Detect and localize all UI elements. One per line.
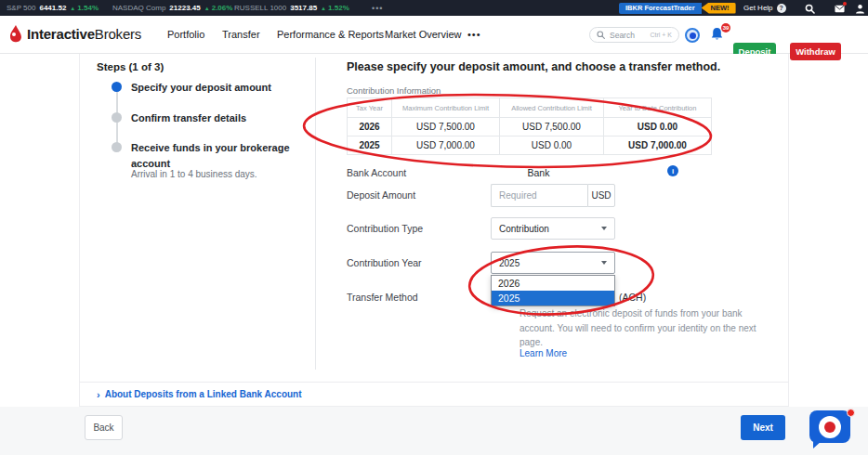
ticker-label: S&P 500 [7, 4, 35, 12]
col-ytd-contribution: Year to Date Contribution [604, 98, 712, 118]
ach-description: Request an electronic deposit of funds f… [519, 306, 759, 350]
main-navbar: InteractiveBrokers Portfolio Transfer Pe… [0, 16, 868, 54]
year-option-2026[interactable]: 2026 [492, 276, 614, 291]
ach-option-label: (ACH) [619, 292, 646, 303]
brand-light: Brokers [95, 26, 141, 42]
new-badge: NEW! [702, 3, 736, 14]
cell-year: 2026 [348, 118, 392, 136]
footer-bar [0, 407, 868, 455]
ibkr-logo[interactable]: InteractiveBrokers [9, 25, 141, 43]
search-input[interactable]: Search Ctrl + K [589, 27, 679, 43]
ticker-label: RUSSELL 1000 [234, 4, 286, 12]
chat-notification-dot [847, 409, 855, 417]
nav-item-performance-reports[interactable]: Performance & Reports [277, 16, 384, 53]
ticker-label: NASDAQ Comp [112, 4, 165, 12]
learn-more-link[interactable]: Learn More [519, 348, 567, 358]
chevron-right-icon: › [97, 389, 100, 400]
chevron-down-icon [601, 261, 607, 265]
ticker-change: 2.06% [212, 4, 233, 12]
deposit-form-panel: Please specify your deposit amount, and … [347, 54, 774, 381]
cell-ytd: USD 7,000.00 [604, 136, 712, 155]
step-label-3: Receive funds in your brokerage account [131, 140, 313, 172]
cell-ytd: USD 0.00 [604, 118, 712, 136]
contribution-year-select[interactable]: 2025 [491, 252, 615, 274]
info-icon[interactable]: i [667, 165, 678, 176]
chat-widget-button[interactable] [809, 410, 854, 449]
chevron-down-icon [601, 227, 607, 230]
search-icon [597, 31, 605, 39]
cell-max: USD 7,000.00 [392, 136, 500, 155]
contribution-table: Tax Year Maximum Contribution Limit Allo… [347, 98, 712, 155]
col-tax-year: Tax Year [348, 98, 392, 118]
mail-icon[interactable] [835, 4, 845, 14]
ticker-change: 1.52% [328, 4, 349, 12]
cell-year: 2025 [348, 136, 392, 155]
mail-notification-dot [843, 2, 847, 6]
ticker-value: 6441.52 [39, 4, 66, 12]
up-arrow-icon: ▲ [321, 6, 326, 11]
cell-allowed: USD 0.00 [500, 136, 604, 155]
nav-more-button[interactable]: ••• [467, 16, 481, 53]
cell-allowed: USD 7,500.00 [500, 118, 604, 136]
nav-item-transfer[interactable]: Transfer [222, 16, 260, 53]
table-row: 2026 USD 7,500.00 USD 7,500.00 USD 0.00 [348, 118, 712, 136]
contribution-type-select[interactable]: Contribution [491, 217, 615, 240]
contribution-table-caption: Contribution Information [347, 85, 441, 96]
cell-max: USD 7,500.00 [392, 118, 500, 136]
deposit-amount-label: Deposit Amount [347, 189, 415, 201]
transfer-method-label: Transfer Method [347, 292, 418, 303]
col-allowed-contribution: Allowed Contribution Limit [500, 98, 604, 118]
notification-count-badge: 39 [721, 23, 730, 32]
search-icon[interactable] [805, 4, 815, 14]
step-label-2: Confirm transfer details [131, 110, 313, 126]
ticker-more-button[interactable]: ••• [372, 0, 383, 16]
up-arrow-icon: ▲ [204, 6, 210, 11]
tour-target-icon[interactable] [685, 28, 700, 43]
forecasttrader-button[interactable]: IBKR ForecastTrader NEW! [619, 3, 736, 14]
back-button[interactable]: Back [85, 415, 123, 440]
bank-account-value: Bank [491, 167, 586, 178]
contribution-type-value: Contribution [499, 224, 549, 234]
currency-label: USD [587, 184, 615, 207]
nav-item-market-overview[interactable]: Market Overview [385, 16, 462, 53]
user-icon[interactable] [855, 4, 865, 14]
ticker-sp500[interactable]: S&P 500 6441.52 ▲1.54% [7, 0, 99, 16]
search-placeholder: Search [610, 31, 635, 40]
steps-title: Steps (1 of 3) [97, 61, 164, 72]
col-max-contribution: Maximum Contribution Limit [392, 98, 500, 118]
deposit-flow-card: Steps (1 of 3) Specify your deposit amou… [79, 54, 789, 407]
chat-bubble-icon [809, 410, 850, 443]
ticker-nasdaq[interactable]: NASDAQ Comp 21223.45 ▲2.06% [112, 0, 232, 16]
ticker-change: 1.54% [77, 4, 99, 12]
step-dot [112, 142, 122, 152]
deposit-amount-input[interactable] [491, 184, 587, 207]
next-button[interactable]: Next [741, 415, 785, 440]
nav-item-portfolio[interactable]: Portfolio [167, 16, 204, 53]
search-shortcut: Ctrl + K [650, 32, 672, 38]
forecasttrader-label: IBKR ForecastTrader [619, 3, 702, 14]
brand-bold: Interactive [27, 26, 95, 42]
question-icon: ? [777, 4, 786, 13]
withdraw-button[interactable]: Withdraw [790, 43, 841, 60]
about-deposits-link[interactable]: › About Deposits from a Linked Bank Acco… [80, 382, 788, 406]
table-header-row: Tax Year Maximum Contribution Limit Allo… [348, 98, 712, 118]
notifications-bell-button[interactable]: 39 [710, 27, 727, 44]
table-row: 2025 USD 7,000.00 USD 0.00 USD 7,000.00 [348, 136, 712, 155]
year-option-2025-selected[interactable]: 2025 [492, 291, 614, 306]
panel-divider [315, 58, 316, 370]
contribution-type-label: Contribution Type [347, 223, 423, 234]
step-dot [112, 112, 122, 123]
page-title: Please specify your deposit amount, and … [347, 60, 720, 73]
ticker-value: 3517.85 [290, 4, 317, 12]
chat-bubble-tail [813, 440, 822, 448]
up-arrow-icon: ▲ [70, 6, 75, 11]
bank-account-label: Bank Account [347, 167, 406, 178]
step-note: Arrival in 1 to 4 business days. [131, 169, 257, 179]
ticker-russell[interactable]: RUSSELL 1000 3517.85 ▲1.52% [234, 0, 349, 16]
contribution-year-dropdown: 2026 2025 [491, 275, 615, 306]
get-help-button[interactable]: Get Help ? [743, 0, 786, 16]
ibkr-flame-icon [9, 25, 22, 43]
contribution-year-label: Contribution Year [347, 257, 422, 268]
about-link-label: About Deposits from a Linked Bank Accoun… [105, 389, 302, 399]
step-label-1: Specify your deposit amount [131, 80, 313, 96]
